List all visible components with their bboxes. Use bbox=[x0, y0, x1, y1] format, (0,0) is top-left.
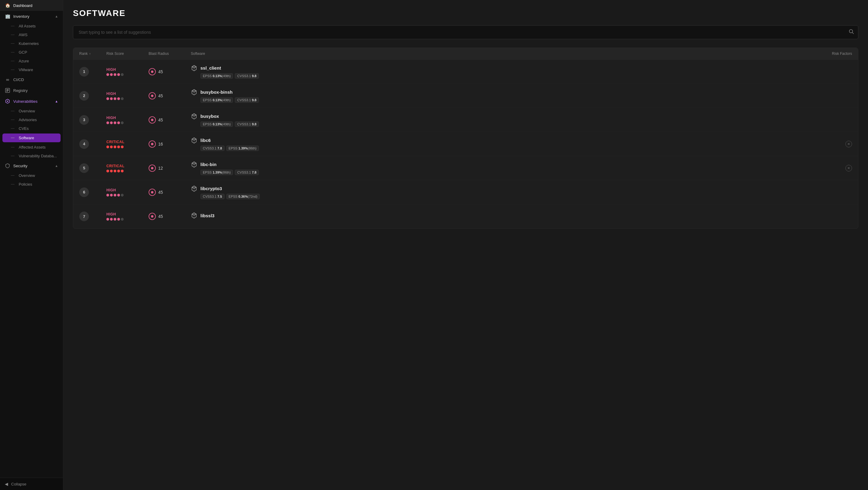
blast-number: 45 bbox=[158, 190, 163, 195]
sidebar-label-cves: CVEs bbox=[19, 126, 29, 131]
blast-icon bbox=[149, 164, 156, 172]
col-rank[interactable]: Rank ↑ bbox=[79, 52, 106, 56]
table-row[interactable]: 6 HIGH 45 libcrypto3 bbox=[73, 180, 858, 204]
table-row[interactable]: 5 CRITICAL 12 libc-bin bbox=[73, 156, 858, 180]
sidebar-label-azure: Azure bbox=[19, 59, 29, 63]
risk-level: HIGH bbox=[106, 188, 149, 192]
sidebar-item-overview[interactable]: Overview bbox=[0, 107, 63, 115]
risk-level: CRITICAL bbox=[106, 140, 149, 144]
sidebar-item-policies[interactable]: Policies bbox=[0, 180, 63, 189]
chevron-up-icon: ▲ bbox=[55, 14, 58, 18]
rank-cell: 1 bbox=[79, 67, 106, 76]
rank-badge: 3 bbox=[79, 115, 89, 125]
blast-number: 12 bbox=[158, 166, 163, 171]
blast-icon bbox=[149, 189, 156, 196]
package-icon bbox=[191, 65, 197, 71]
main-content: SOFTWARE Rank ↑ Risk Score Blast Radius … bbox=[63, 0, 868, 490]
collapse-label: Collapse bbox=[11, 482, 27, 486]
badge: CVSS3.1 9.8 bbox=[235, 97, 259, 103]
sidebar-item-gcp[interactable]: GCP bbox=[0, 48, 63, 57]
package-icon bbox=[191, 212, 197, 219]
sidebar-label-dashboard: Dashboard bbox=[13, 3, 33, 8]
software-name: busybox bbox=[200, 114, 219, 119]
software-cell: libc-bin EPSS 1.39%(86th)CVSS3.1 7.8 bbox=[191, 161, 792, 175]
badge: CVSS3.1 7.8 bbox=[235, 170, 259, 175]
badges-row: EPSS 0.13%(49th)CVSS3.1 9.8 bbox=[191, 121, 792, 127]
sidebar-item-cicd[interactable]: ∞ CI/CD bbox=[0, 74, 63, 85]
table-row[interactable]: 4 CRITICAL 16 libc6 bbox=[73, 132, 858, 156]
software-name: busybox-binsh bbox=[200, 90, 233, 95]
sidebar-label-kubernetes: Kubernetes bbox=[19, 41, 39, 46]
risk-dot bbox=[117, 73, 120, 76]
sidebar-item-vulnerabilities[interactable]: Vulnerabilities ▲ bbox=[0, 96, 63, 107]
risk-dot bbox=[121, 146, 124, 148]
search-button[interactable] bbox=[849, 29, 854, 36]
sidebar-item-vmware[interactable]: VMware bbox=[0, 65, 63, 74]
sidebar-item-all-assets[interactable]: All Assets bbox=[0, 22, 63, 30]
sidebar-item-advisories[interactable]: Advisories bbox=[0, 115, 63, 124]
tree-line bbox=[11, 52, 14, 53]
risk-dot bbox=[121, 170, 124, 172]
risk-dot bbox=[110, 97, 113, 100]
rank-cell: 6 bbox=[79, 187, 106, 197]
risk-dot bbox=[110, 121, 113, 124]
col-software-label: Software bbox=[191, 52, 205, 56]
risk-dot bbox=[114, 73, 116, 76]
sidebar: 🏠 Dashboard 🏢 Inventory ▲ All Assets AWS… bbox=[0, 0, 63, 490]
sidebar-item-aws[interactable]: AWS bbox=[0, 30, 63, 39]
software-name-row: busybox bbox=[191, 113, 792, 120]
sidebar-item-vulnerability-database[interactable]: Vulnerability Databa... bbox=[0, 152, 63, 160]
sidebar-item-cves[interactable]: CVEs bbox=[0, 124, 63, 133]
sidebar-item-sec-overview[interactable]: Overview bbox=[0, 171, 63, 180]
blast-cell: 45 bbox=[149, 68, 191, 75]
sidebar-item-security[interactable]: Security ▲ bbox=[0, 160, 63, 171]
col-risk-score: Risk Score bbox=[106, 52, 149, 56]
sidebar-item-software[interactable]: Software bbox=[2, 133, 61, 142]
tree-line bbox=[11, 120, 14, 120]
sidebar-item-affected-assets[interactable]: Affected Assets bbox=[0, 143, 63, 152]
badge: CVSS3.1 9.8 bbox=[235, 121, 259, 127]
table-row[interactable]: 1 HIGH 45 ssl_client bbox=[73, 60, 858, 84]
sidebar-label-inventory: Inventory bbox=[13, 14, 29, 19]
risk-dot bbox=[106, 170, 109, 172]
rank-cell: 2 bbox=[79, 91, 106, 101]
tree-line bbox=[11, 147, 14, 147]
svg-rect-2 bbox=[6, 90, 9, 91]
blast-number: 16 bbox=[158, 142, 163, 147]
search-input[interactable] bbox=[73, 25, 858, 39]
sidebar-item-registry[interactable]: Registry bbox=[0, 85, 63, 96]
sidebar-item-kubernetes[interactable]: Kubernetes bbox=[0, 39, 63, 48]
tree-line bbox=[11, 111, 14, 111]
risk-score-cell: CRITICAL bbox=[106, 140, 149, 148]
table-row[interactable]: 7 HIGH 45 libssl3 bbox=[73, 204, 858, 228]
blast-number: 45 bbox=[158, 93, 163, 98]
table-row[interactable]: 2 HIGH 45 busybox-binsh bbox=[73, 84, 858, 108]
risk-dot bbox=[117, 170, 120, 172]
software-name-row: libssl3 bbox=[191, 212, 792, 219]
software-cell: ssl_client EPSS 0.13%(49th)CVSS3.1 9.8 bbox=[191, 65, 792, 79]
blast-icon bbox=[149, 141, 156, 148]
rank-cell: 5 bbox=[79, 163, 106, 173]
sidebar-label-registry: Registry bbox=[13, 88, 28, 93]
rank-badge: 7 bbox=[79, 212, 89, 221]
sidebar-label-aws: AWS bbox=[19, 33, 27, 37]
software-name-row: ssl_client bbox=[191, 65, 792, 71]
risk-dot bbox=[110, 73, 113, 76]
risk-dot bbox=[106, 146, 109, 148]
badges-row: CVSS3.1 7.5EPSS 0.36%(72nd) bbox=[191, 194, 792, 199]
sidebar-item-inventory[interactable]: 🏢 Inventory ▲ bbox=[0, 11, 63, 22]
risk-dot bbox=[110, 146, 113, 148]
blast-cell: 45 bbox=[149, 213, 191, 220]
badge: CVSS3.1 7.8 bbox=[200, 146, 224, 151]
collapse-button[interactable]: ◀ Collapse bbox=[0, 478, 63, 490]
sidebar-item-azure[interactable]: Azure bbox=[0, 57, 63, 65]
blast-number: 45 bbox=[158, 118, 163, 122]
badge: EPSS 0.13%(49th) bbox=[200, 121, 233, 127]
risk-factor-icon: ✕ bbox=[845, 141, 852, 147]
home-icon: 🏠 bbox=[5, 3, 10, 8]
table-row[interactable]: 3 HIGH 45 busybox bbox=[73, 108, 858, 132]
blast-cell: 45 bbox=[149, 189, 191, 196]
risk-dots bbox=[106, 146, 149, 148]
search-icon bbox=[849, 29, 854, 34]
sidebar-item-dashboard[interactable]: 🏠 Dashboard bbox=[0, 0, 63, 11]
